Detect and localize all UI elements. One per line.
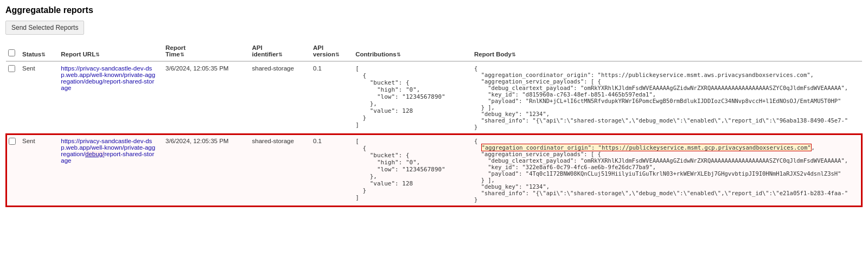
sort-url-icon[interactable]: ⇅ (95, 52, 100, 57)
row-contributions: [ { "bucket": { "high": "0", "low": "123… (351, 134, 470, 207)
row-report-time: 3/6/2024, 12:05:35 PM (161, 134, 247, 207)
select-all-checkbox[interactable] (8, 49, 15, 56)
send-selected-reports-button[interactable]: Send Selected Reports (5, 21, 84, 35)
sort-time-icon[interactable]: ⇅ (180, 52, 184, 57)
col-api-version: APIversion⇅ (309, 41, 351, 61)
col-report-time: ReportTime⇅ (161, 41, 247, 61)
row-api-identifier: shared-storage (248, 134, 309, 207)
row-report-time: 3/6/2024, 12:05:35 PM (161, 61, 247, 134)
row-contributions: [ { "bucket": { "high": "0", "low": "123… (351, 61, 470, 134)
table-header-row: Status⇅ Report URL⇅ ReportTime⇅ APIident… (6, 41, 862, 61)
page-title: Aggregatable reports (5, 5, 863, 15)
row-checkbox[interactable] (9, 138, 16, 145)
sort-body-icon[interactable]: ⇅ (512, 52, 516, 57)
table-row: Senthttps://privacy-sandcastle-dev-dsp.w… (6, 61, 862, 134)
sort-status-icon[interactable]: ⇅ (41, 52, 46, 57)
sort-contrib-icon[interactable]: ⇅ (397, 52, 401, 57)
col-report-url: Report URL⇅ (56, 41, 161, 61)
col-report-body: Report Body⇅ (470, 41, 862, 61)
col-api-identifier: APIidentifier⇅ (248, 41, 309, 61)
row-status: Sent (18, 134, 56, 207)
highlighted-origin: "aggregation_coordinator_origin": "https… (481, 144, 812, 151)
row-api-version: 0.1 (309, 61, 351, 134)
row-checkbox-cell (6, 61, 18, 134)
row-checkbox[interactable] (8, 65, 15, 72)
row-report-url[interactable]: https://privacy-sandcastle-dev-dsp.web.a… (56, 134, 161, 207)
row-api-version: 0.1 (309, 134, 351, 207)
col-status: Status⇅ (18, 41, 56, 61)
row-status: Sent (18, 61, 56, 134)
reports-table: Status⇅ Report URL⇅ ReportTime⇅ APIident… (5, 41, 863, 207)
table-row: Senthttps://privacy-sandcastle-dev-dsp.w… (6, 134, 862, 207)
row-api-identifier: shared-storage (248, 61, 309, 134)
col-contributions: Contributions⇅ (351, 41, 470, 61)
row-report-url[interactable]: https://privacy-sandcastle-dev-dsp.web.a… (56, 61, 161, 134)
sort-api-id-icon[interactable]: ⇅ (278, 52, 283, 57)
sort-api-ver-icon[interactable]: ⇅ (335, 52, 340, 57)
select-all-header[interactable] (6, 41, 18, 61)
row-report-body: { "aggregation_coordinator_origin": "htt… (470, 134, 862, 207)
row-report-body: { "aggregation_coordinator_origin": "htt… (470, 61, 862, 134)
debug-highlight: debug/ (85, 151, 104, 157)
row-checkbox-cell (6, 134, 18, 207)
